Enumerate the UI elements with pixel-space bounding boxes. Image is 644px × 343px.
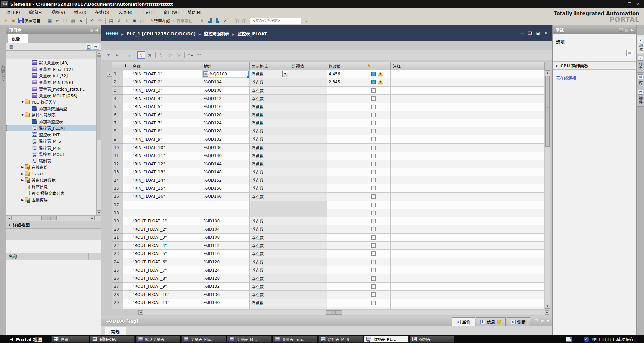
cell-modify-value[interactable] <box>327 209 366 217</box>
cell-display-format[interactable]: 浮点数 <box>250 299 290 307</box>
editor-close-icon[interactable]: ✕ <box>544 31 548 36</box>
collapse-icon[interactable]: ▼ <box>20 100 25 103</box>
collapse-icon[interactable]: ▼ <box>20 113 25 116</box>
cell-info[interactable] <box>123 274 131 282</box>
cell-info[interactable] <box>123 127 131 135</box>
cell-name[interactable]: "RIN_FLOAT_6" <box>131 111 202 119</box>
side-tab-插件[interactable]: ⬒插件 <box>637 88 644 107</box>
cell-modify-value[interactable] <box>327 266 366 274</box>
detail-view-header[interactable]: ∨ 详细视图 <box>6 221 101 229</box>
cell-display-format[interactable]: 浮点数 <box>250 193 290 201</box>
cell-modify-value[interactable] <box>327 193 366 201</box>
cell-display-format[interactable]: 浮点数 <box>250 95 290 103</box>
cell-info[interactable] <box>123 103 131 111</box>
row-number[interactable]: 16 <box>112 193 123 201</box>
scroll-down-icon[interactable]: ▼ <box>545 304 550 309</box>
expand-icon[interactable]: ▶ <box>20 166 25 169</box>
table-row[interactable]: 20"ROUT_FLOAT_2"%ID104浮点数 <box>107 225 545 233</box>
tree-filter-icon[interactable]: ▦ <box>8 44 14 50</box>
cell-info[interactable] <box>123 70 131 78</box>
modify-checkbox[interactable] <box>371 170 376 174</box>
row-number[interactable]: 24 <box>112 258 123 266</box>
row-number[interactable]: 8 <box>112 127 123 135</box>
cell-display-format[interactable]: 浮点数▼ <box>250 70 290 78</box>
delete-icon[interactable]: ✕ <box>77 17 84 24</box>
taskbar-item[interactable]: 总览 <box>51 336 89 343</box>
editor-float-icon[interactable]: ❐ <box>528 31 532 36</box>
cell-modify-value[interactable] <box>327 152 366 160</box>
row-number[interactable]: 30 <box>112 307 123 309</box>
tab-devices[interactable]: 设备 <box>8 34 28 43</box>
cell-display-format[interactable]: 浮点数 <box>250 144 290 152</box>
cell-address[interactable] <box>202 209 250 217</box>
options-window-icon[interactable]: ▭ <box>626 50 633 56</box>
tree-item[interactable]: 变量表_MIN [256] <box>6 79 101 86</box>
table-row[interactable]: 28"ROUT_FLOAT_10"%ID136浮点数 <box>107 291 545 299</box>
table-row[interactable]: 10"RIN_FLOAT_10"%QD136浮点数 <box>107 144 545 152</box>
table-row[interactable]: 5"RIN_FLOAT_5"%QD116浮点数 <box>107 103 545 111</box>
scroll-right-icon[interactable]: ▶ <box>545 310 549 315</box>
window-close-button[interactable]: ✕ <box>637 2 640 6</box>
cell-info[interactable] <box>123 135 131 144</box>
add-row-icon[interactable]: ⫢ <box>113 51 121 59</box>
cell-modify-value[interactable] <box>327 111 366 119</box>
cell-comment[interactable] <box>391 274 537 282</box>
memory-card-icon[interactable] <box>566 337 572 342</box>
table-row[interactable]: 21"ROUT_FLOAT_3"%ID108浮点数 <box>107 234 545 242</box>
row-number[interactable]: 11 <box>112 152 123 160</box>
taskbar-item[interactable]: 变量表_Float <box>181 336 226 343</box>
cell-name[interactable]: "RIN_FLOAT_14" <box>131 176 202 184</box>
test-collapse-icon[interactable]: ▶ <box>631 28 634 32</box>
cell-comment[interactable] <box>391 152 537 160</box>
cell-address[interactable]: %QD152 <box>202 176 250 184</box>
cell-address[interactable]: %QD112 <box>202 95 250 103</box>
start-cpu-icon[interactable]: ▣ <box>131 17 138 24</box>
panel-options-icon[interactable]: ▥ <box>89 28 93 32</box>
cell-comment[interactable] <box>391 176 537 184</box>
cell-address[interactable]: %QD144 <box>202 160 250 168</box>
editor-minimize-icon[interactable]: ─ <box>521 31 524 36</box>
cell-address[interactable]: %QD136 <box>202 144 250 152</box>
tree-item[interactable]: ▶设备代理数据 <box>6 177 101 184</box>
cell-modify-value[interactable] <box>327 119 366 127</box>
side-tab-测试[interactable]: υ测试 <box>637 35 644 54</box>
cell-address[interactable]: %ID112 <box>202 242 250 250</box>
col-format[interactable]: 显示格式 <box>250 62 290 70</box>
cell-info[interactable] <box>123 160 131 168</box>
table-row[interactable]: 6"RIN_FLOAT_6"%QD120浮点数 <box>107 111 545 119</box>
test-options-icon[interactable]: ▥ <box>625 28 628 32</box>
menu-item[interactable]: 在线(O) <box>91 8 114 16</box>
col-more[interactable]: .. <box>537 62 545 70</box>
row-number[interactable]: 27 <box>112 283 123 291</box>
cell-name[interactable]: "RIN_FLOAT_3" <box>131 87 202 95</box>
cell-modify-value[interactable] <box>327 144 366 152</box>
cell-name[interactable]: "RIN_FLOAT_15" <box>131 184 202 192</box>
modify-checkbox[interactable] <box>371 227 376 231</box>
modify-checkbox[interactable] <box>371 113 376 117</box>
cell-display-format[interactable]: 浮点数 <box>250 160 290 168</box>
row-number[interactable]: 21 <box>112 234 123 242</box>
cell-comment[interactable] <box>391 307 537 309</box>
tree-vertical-scrollbar[interactable]: ▲ ▼ <box>96 51 101 215</box>
cell-name[interactable]: "RIN_FLOAT_16" <box>131 193 202 201</box>
cell-info[interactable] <box>123 299 131 307</box>
open-detail-icon[interactable]: ➦ <box>93 44 99 50</box>
table-row[interactable]: 27"ROUT_FLOAT_9"%ID132浮点数 <box>107 283 545 291</box>
tag-list-icon[interactable]: ▤ <box>203 71 208 77</box>
cell-address[interactable]: %QD124 <box>202 119 250 127</box>
cell-comment[interactable] <box>391 193 537 201</box>
table-row[interactable]: 29"ROUT_FLOAT_11"%ID140浮点数 <box>107 299 545 307</box>
modify-checkbox[interactable] <box>371 251 376 256</box>
tree-item[interactable]: 强制表 <box>6 158 101 164</box>
cell-info[interactable] <box>123 242 131 250</box>
modify-checkbox[interactable] <box>371 162 376 166</box>
cell-modify-value[interactable] <box>327 250 366 258</box>
table-row[interactable]: 26"ROUT_FLOAT_8"%ID128浮点数 <box>107 274 545 282</box>
modify-checkbox[interactable] <box>371 146 376 150</box>
modify-checkbox[interactable] <box>371 88 376 93</box>
cell-info[interactable] <box>123 250 131 258</box>
cell-display-format[interactable]: 浮点数 <box>250 291 290 299</box>
col-modify[interactable]: 修改值 <box>327 62 366 70</box>
go-offline-button[interactable]: ϟ转至离线 <box>173 17 194 24</box>
table-row[interactable]: 30"ROUT_FLOAT_12"%ID144浮点数 <box>107 307 545 309</box>
